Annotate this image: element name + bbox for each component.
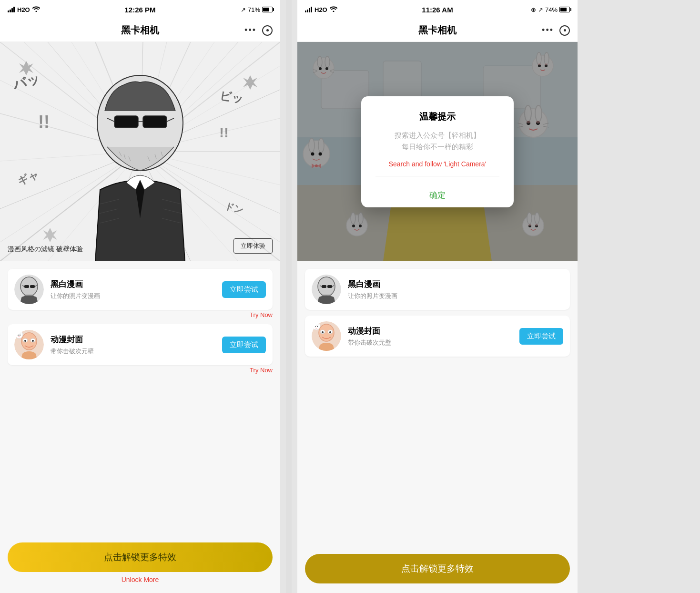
try-button-2[interactable]: 立即尝试 <box>222 337 266 353</box>
modal-line2: 每日给你不一样的精彩 <box>395 141 480 153</box>
svg-rect-33 <box>114 116 138 128</box>
app-header-left: 黑卡相机 ••• <box>0 19 280 42</box>
status-bar-right: H2O 11:26 AM ⊕ ↗ 74% <box>297 0 578 19</box>
svg-point-75 <box>20 335 20 336</box>
hero-overlay-left: 漫画风格の滤镜 破壁体验 立即体验 <box>8 238 273 254</box>
filter-thumb-svg-right-1 <box>312 275 341 304</box>
svg-point-69 <box>24 340 26 342</box>
filter-info-right-1: 黑白漫画 让你的照片变漫画 <box>348 279 563 300</box>
try-annotation-2: Try Now <box>8 367 273 374</box>
filter-item-right-1: 黑白漫画 让你的照片变漫画 <box>305 269 570 310</box>
right-phone: H2O 11:26 AM ⊕ ↗ 74% 黑卡相机 ••• <box>297 0 578 593</box>
svg-point-150 <box>314 321 316 326</box>
filter-list-left: 黑白漫画 让你的照片变漫画 立即尝试 Try Now <box>0 261 280 535</box>
app-title-left: 黑卡相机 <box>121 24 159 37</box>
battery-percent-left: 71% <box>248 6 260 13</box>
filter-info-1: 黑白漫画 让你的照片变漫画 <box>51 279 215 300</box>
svg-point-73 <box>19 330 21 335</box>
menu-dots-right[interactable]: ••• <box>542 25 554 35</box>
modal-body: 搜索进入公众号【轻相机】 每日给你不一样的精彩 <box>395 130 480 153</box>
carrier-right: H2O <box>314 6 327 13</box>
menu-dots-left[interactable]: ••• <box>244 25 256 35</box>
filter-desc-1: 让你的照片变漫画 <box>51 292 215 300</box>
camera-mode-right[interactable] <box>559 25 570 36</box>
filter-thumb-right-2 <box>312 321 341 351</box>
filter-name-right-1: 黑白漫画 <box>348 279 563 290</box>
try-button-right-2[interactable]: 立即尝试 <box>519 328 563 345</box>
svg-text:!!: !! <box>219 124 229 140</box>
unlock-section-left: 点击解锁更多特效 Unlock More <box>0 535 280 593</box>
filter-desc-right-2: 带你击破次元壁 <box>348 338 513 347</box>
modal-annotation: Search and follow 'Light Camera' <box>389 159 487 169</box>
battery-icon-left <box>262 7 273 12</box>
filter-item-right-2: 动漫封面 带你击破次元壁 立即尝试 <box>305 316 570 357</box>
svg-point-149 <box>313 322 320 330</box>
try-annotation-1: Try Now <box>8 311 273 318</box>
filter-desc-right-1: 让你的照片变漫画 <box>348 292 563 300</box>
filter-info-right-2: 动漫封面 带你击破次元壁 <box>348 326 513 347</box>
filter-item-1: 黑白漫画 让你的照片变漫画 立即尝试 <box>8 269 273 310</box>
wifi-icon-right <box>330 6 337 13</box>
center-divider <box>286 0 292 593</box>
filter-name-right-2: 动漫封面 <box>348 326 513 337</box>
svg-text:!!: !! <box>38 112 50 132</box>
filter-thumb-1 <box>14 275 44 304</box>
unlock-button-right[interactable]: 点击解锁更多特效 <box>305 554 570 583</box>
location-icon-right: ⊕ ↗ <box>531 6 543 13</box>
unlock-button-left[interactable]: 点击解锁更多特效 <box>8 542 273 572</box>
filter-desc-2: 带你击破次元壁 <box>51 347 215 356</box>
filter-item-wrapper-1: 黑白漫画 让你的照片变漫画 立即尝试 Try Now <box>8 269 273 318</box>
header-icons-left: ••• <box>244 25 273 36</box>
filter-thumb-svg-right-2 <box>312 321 341 351</box>
location-icon-left: ↗ <box>241 6 246 13</box>
svg-point-151 <box>316 321 318 326</box>
filter-thumb-svg-2 <box>14 330 44 359</box>
filter-item-2: 动漫封面 带你击破次元壁 立即尝试 <box>8 324 273 365</box>
modal-divider <box>375 176 499 176</box>
svg-rect-139 <box>322 285 326 288</box>
hero-image-left: バッ ビッ ギャ ドン !! !! 漫画风格の滤镜 破壁体验 立即体验 <box>0 42 280 261</box>
modal-overlay: 温馨提示 搜索进入公众号【轻相机】 每日给你不一样的精彩 Search and … <box>297 42 578 261</box>
signal-icon <box>8 7 15 12</box>
filter-item-wrapper-2: 动漫封面 带你击破次元壁 立即尝试 Try Now <box>8 324 273 374</box>
unlock-annotation-left: Unlock More <box>122 576 159 583</box>
hero-image-right: 温馨提示 搜索进入公众号【轻相机】 每日给你不一样的精彩 Search and … <box>297 42 578 261</box>
svg-point-71 <box>15 331 23 338</box>
svg-point-152 <box>315 326 316 327</box>
svg-point-72 <box>17 330 19 335</box>
battery-icon-right <box>559 7 570 12</box>
status-bar-left: H2O 12:26 PM ↗ 71% <box>0 0 280 19</box>
filter-thumb-2 <box>14 330 44 359</box>
camera-mode-left[interactable] <box>262 25 273 36</box>
signal-icon-right <box>305 7 312 12</box>
hero-try-button-left[interactable]: 立即体验 <box>233 238 273 254</box>
svg-rect-140 <box>327 285 332 288</box>
filter-thumb-right-1 <box>312 275 341 304</box>
svg-point-147 <box>322 331 324 333</box>
app-title-right: 黑卡相机 <box>418 24 457 37</box>
wifi-icon-left <box>32 6 40 13</box>
svg-point-148 <box>329 331 331 333</box>
status-left-right: H2O <box>305 6 337 13</box>
svg-point-153 <box>317 326 318 327</box>
left-phone: H2O 12:26 PM ↗ 71% 黑卡相机 ••• <box>0 0 280 593</box>
modal-title: 温馨提示 <box>419 111 456 123</box>
svg-point-74 <box>18 335 19 336</box>
modal-line1: 搜索进入公众号【轻相机】 <box>395 130 480 141</box>
battery-percent-right: 74% <box>545 6 558 13</box>
svg-point-70 <box>32 340 34 342</box>
try-button-1[interactable]: 立即尝试 <box>222 281 266 298</box>
filter-thumb-svg-1 <box>14 275 44 304</box>
svg-rect-34 <box>143 116 167 128</box>
svg-rect-62 <box>30 285 35 288</box>
time-left: 12:26 PM <box>124 6 155 14</box>
status-right-right: ⊕ ↗ 74% <box>531 6 570 13</box>
app-header-right: 黑卡相机 ••• <box>297 19 578 42</box>
svg-rect-61 <box>24 285 29 288</box>
filter-name-1: 黑白漫画 <box>51 279 215 290</box>
modal-confirm-button[interactable]: 确定 <box>375 183 499 207</box>
unlock-section-right: 点击解锁更多特效 <box>297 546 578 593</box>
status-left: H2O <box>8 6 40 13</box>
status-right-left: ↗ 71% <box>241 6 273 13</box>
time-right: 11:26 AM <box>422 6 453 14</box>
